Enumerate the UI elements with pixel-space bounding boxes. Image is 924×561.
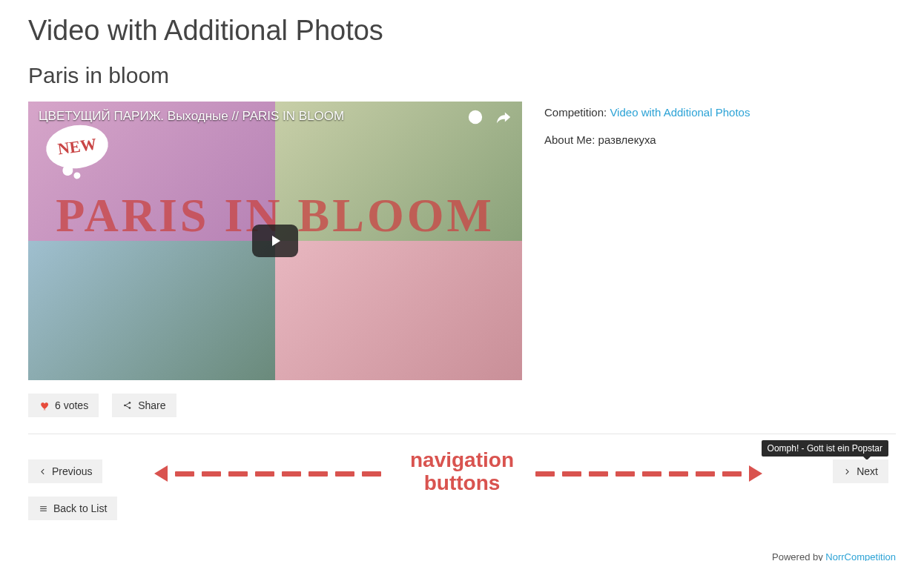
entry-title: Paris in bloom — [28, 63, 896, 88]
votes-button[interactable]: 6 votes — [28, 394, 99, 417]
footer: Powered by NorrCompetition — [28, 551, 896, 561]
previous-button[interactable]: Previous — [28, 459, 102, 483]
annotation-label: navigation buttons — [410, 449, 514, 495]
navigation-row: Previous Oomph! - Gott ist ein Popstar N… — [28, 448, 896, 507]
play-button[interactable] — [252, 225, 298, 257]
meta-column: Competition: Video with Additional Photo… — [544, 102, 896, 161]
page-title: Video with Additional Photos — [28, 15, 896, 47]
competition-link[interactable]: Video with Additional Photos — [610, 106, 750, 119]
annotation-arrow-left — [154, 465, 381, 482]
next-button[interactable]: Next — [833, 459, 888, 483]
back-to-list-button[interactable]: Back to List — [28, 497, 117, 520]
list-icon — [39, 504, 48, 514]
powered-by-label: Powered by — [772, 551, 825, 561]
share-icon[interactable] — [495, 109, 512, 125]
share-alt-icon — [122, 400, 133, 411]
powered-by-link[interactable]: NorrCompetition — [825, 551, 896, 561]
share-button[interactable]: Share — [112, 394, 176, 417]
about-line: About Me: развлекуха — [544, 133, 896, 146]
video-overlay-title: ЦВЕТУЩИЙ ПАРИЖ. Выходные // PARIS IN BLO… — [39, 109, 448, 124]
competition-line: Competition: Video with Additional Photo… — [544, 106, 896, 119]
heart-icon — [39, 400, 50, 411]
share-label: Share — [138, 399, 165, 411]
next-label: Next — [857, 465, 878, 477]
action-row: 6 votes Share — [28, 394, 522, 417]
annotation-arrow-right — [535, 465, 762, 482]
chevron-left-icon — [39, 468, 47, 476]
back-label: Back to List — [53, 502, 107, 514]
divider — [28, 434, 896, 434]
about-label: About Me: — [544, 133, 598, 146]
video-column: NEW PARIS IN BLOOM ЦВЕТУЩИЙ ПАРИЖ. Выход… — [28, 102, 522, 417]
video-player[interactable]: NEW PARIS IN BLOOM ЦВЕТУЩИЙ ПАРИЖ. Выход… — [28, 102, 522, 380]
content-row: NEW PARIS IN BLOOM ЦВЕТУЩИЙ ПАРИЖ. Выход… — [28, 102, 896, 417]
watch-later-icon[interactable] — [467, 109, 484, 125]
about-value: развлекуха — [598, 133, 656, 146]
next-tooltip: Oomph! - Gott ist ein Popstar — [762, 440, 888, 457]
chevron-right-icon — [843, 468, 851, 476]
votes-label: 6 votes — [55, 399, 88, 411]
competition-label: Competition: — [544, 106, 610, 119]
previous-label: Previous — [52, 465, 92, 477]
